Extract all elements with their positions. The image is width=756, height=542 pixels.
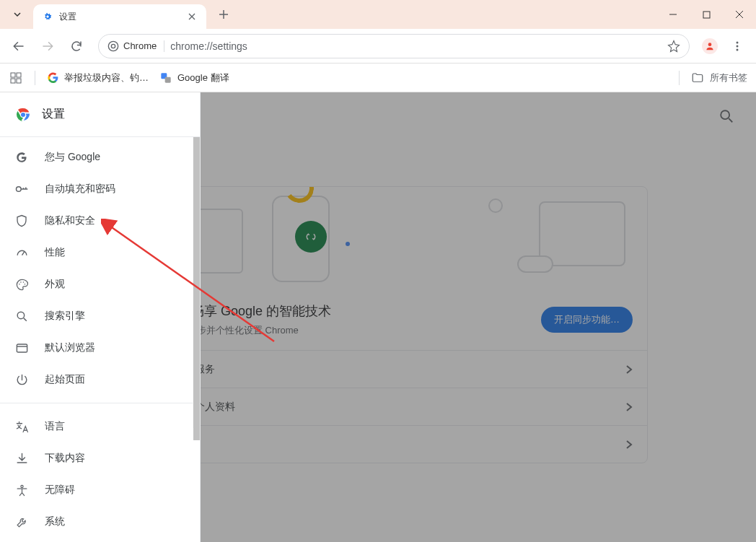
window-controls: [656, 0, 756, 29]
svg-point-1: [108, 41, 118, 51]
nav-label: 隐私和安全: [45, 214, 95, 227]
settings-nav[interactable]: 您与 Google 自动填充和密码 隐私和安全 性能 外观 搜索引擎: [0, 137, 200, 542]
nav-accessibility[interactable]: 无障碍: [0, 474, 200, 506]
nav-search-engine[interactable]: 搜索引擎: [0, 300, 200, 332]
active-tab[interactable]: 设置: [33, 4, 206, 29]
bookmark-star-button[interactable]: [667, 40, 680, 53]
arrow-left-icon: [12, 40, 25, 53]
nav-on-startup[interactable]: 起始页面: [0, 364, 200, 395]
forward-button[interactable]: [35, 33, 61, 59]
wrench-icon: [14, 515, 29, 529]
maximize-button[interactable]: [690, 0, 723, 29]
svg-point-2: [111, 44, 115, 48]
nav-label: 系统: [45, 515, 65, 528]
kebab-icon: [731, 40, 743, 52]
nav-label: 起始页面: [45, 373, 85, 386]
site-chip-label: Chrome: [123, 40, 157, 51]
minimize-button[interactable]: [656, 0, 690, 29]
minimize-icon: [669, 10, 677, 19]
bookmark-item-report[interactable]: 举报垃圾内容、钓…: [47, 71, 149, 84]
nav-system[interactable]: 系统: [0, 506, 200, 538]
nav-label: 搜索引擎: [45, 310, 85, 323]
tab-close-button[interactable]: [186, 11, 198, 22]
google-g-icon: [14, 150, 29, 165]
svg-point-5: [737, 45, 739, 47]
nav-label: 性能: [45, 246, 65, 259]
bookmark-label: 举报垃圾内容、钓…: [64, 71, 149, 84]
plus-icon: [219, 9, 229, 19]
nav-downloads[interactable]: 下载内容: [0, 442, 200, 474]
bookmarks-bar: 举报垃圾内容、钓… Google 翻译 所有书签: [0, 64, 756, 92]
profile-button[interactable]: [698, 35, 721, 58]
svg-point-3: [708, 43, 712, 46]
svg-point-16: [17, 187, 22, 192]
scrollbar-thumb[interactable]: [193, 137, 200, 440]
nav-default-browser[interactable]: 默认浏览器: [0, 332, 200, 364]
svg-point-6: [737, 48, 739, 51]
nav-appearance[interactable]: 外观: [0, 268, 200, 300]
translate-icon: [160, 72, 172, 84]
nav-label: 自动填充和密码: [45, 183, 115, 196]
reload-icon: [70, 40, 83, 53]
nav-label: 外观: [45, 278, 65, 291]
svg-rect-22: [17, 344, 27, 351]
svg-point-18: [20, 281, 22, 283]
svg-point-15: [21, 113, 25, 117]
nav-divider: [0, 403, 200, 403]
close-icon: [188, 13, 195, 20]
gear-icon: [42, 11, 53, 22]
dim-overlay: [201, 92, 756, 542]
nav-language[interactable]: 语言: [0, 411, 200, 442]
bookmark-item-translate[interactable]: Google 翻译: [160, 71, 229, 84]
apps-button[interactable]: [9, 71, 23, 85]
nav-label: 无障碍: [45, 484, 75, 497]
svg-point-21: [17, 312, 25, 319]
svg-point-23: [20, 485, 22, 487]
settings-title: 设置: [42, 107, 65, 122]
svg-point-19: [22, 281, 24, 283]
nav-label: 下载内容: [45, 452, 85, 465]
chrome-menu-button[interactable]: [724, 33, 750, 59]
new-tab-button[interactable]: [212, 3, 235, 26]
settings-header: 设置: [0, 92, 200, 137]
chrome-logo-icon: [14, 106, 32, 123]
apps-grid-icon: [10, 72, 22, 84]
svg-rect-10: [17, 79, 21, 83]
reload-button[interactable]: [63, 33, 89, 59]
nav-performance[interactable]: 性能: [0, 237, 200, 268]
palette-icon: [14, 277, 29, 292]
chrome-icon: [107, 40, 119, 52]
all-bookmarks-label: 所有书签: [710, 71, 747, 84]
svg-point-4: [737, 41, 739, 43]
sidebar-scrollbar[interactable]: [193, 137, 200, 428]
nav-label: 默认浏览器: [45, 341, 95, 354]
google-g-icon: [47, 72, 58, 84]
svg-rect-8: [17, 73, 21, 77]
power-icon: [14, 372, 29, 387]
tab-search-dropdown[interactable]: [4, 3, 30, 26]
chevron-down-icon: [13, 10, 22, 19]
svg-point-20: [24, 283, 25, 284]
accessibility-icon: [14, 483, 29, 497]
maximize-icon: [703, 11, 711, 19]
back-button[interactable]: [6, 33, 32, 59]
folder-icon: [691, 71, 704, 84]
close-window-button[interactable]: [723, 0, 756, 29]
nav-you-and-google[interactable]: 您与 Google: [0, 141, 200, 173]
nav-label: 语言: [45, 420, 65, 433]
address-bar[interactable]: Chrome chrome://settings: [98, 34, 690, 58]
svg-point-17: [19, 283, 20, 284]
tab-title: 设置: [59, 11, 180, 23]
all-bookmarks-button[interactable]: 所有书签: [691, 71, 747, 84]
nav-autofill[interactable]: 自动填充和密码: [0, 173, 200, 205]
browser-toolbar: Chrome chrome://settings: [0, 29, 756, 64]
site-chip[interactable]: Chrome: [107, 40, 164, 52]
arrow-right-icon: [41, 40, 54, 53]
close-icon: [735, 10, 744, 19]
bookmark-label: Google 翻译: [177, 71, 229, 84]
nav-privacy[interactable]: 隐私和安全: [0, 205, 200, 237]
star-icon: [667, 40, 680, 53]
speedometer-icon: [14, 245, 29, 260]
window-titlebar: 设置: [0, 0, 756, 29]
bookmark-separator: [679, 71, 680, 85]
